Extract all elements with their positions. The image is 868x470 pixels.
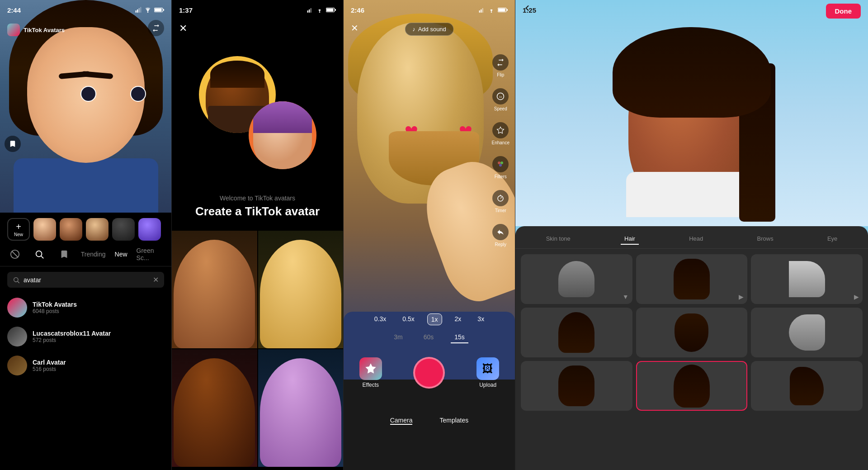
flip-button[interactable] <box>148 20 164 36</box>
chevron-right-2: ▶ <box>739 293 744 300</box>
camera-tab[interactable]: Camera <box>390 417 413 425</box>
tab-skin-tone[interactable]: Skin tone <box>542 233 574 245</box>
svg-point-4 <box>147 11 149 13</box>
result-item-2[interactable]: Lucascatsroblox11 Avatar 572 posts <box>0 322 171 351</box>
wifi-icon <box>144 7 151 13</box>
p4-hair <box>613 27 771 118</box>
hair-cell-6[interactable] <box>751 308 863 357</box>
filters-control[interactable]: Filters <box>492 156 509 179</box>
hair-cell-2[interactable]: ▶ <box>636 254 748 304</box>
star-effect-icon <box>364 362 377 375</box>
tab-trending[interactable]: Trending <box>81 251 106 258</box>
speed-05x[interactable]: 0.5x <box>399 313 418 325</box>
hair-cell-9[interactable] <box>751 361 863 411</box>
avatar-thumb-4[interactable] <box>112 218 135 241</box>
add-icon: + <box>16 222 21 231</box>
result-item-1[interactable]: TikTok Avatars 6048 posts <box>0 293 171 322</box>
enhance-control[interactable]: Enhance <box>492 122 509 145</box>
clear-search-button[interactable]: ✕ <box>153 275 159 284</box>
speed-3x[interactable]: 3x <box>474 313 488 325</box>
flip-control[interactable]: Flip <box>492 54 509 77</box>
tab-new[interactable]: New <box>115 251 127 258</box>
panel-avatar-editor: 1:25 Done <box>515 0 868 470</box>
camera-tabs: Camera Templates <box>344 417 515 425</box>
ban-icon-btn[interactable] <box>7 246 23 262</box>
svg-line-9 <box>12 251 18 257</box>
tab-hair[interactable]: Hair <box>621 233 639 245</box>
hair-cell-1[interactable]: ▼ <box>521 254 632 304</box>
result-count-2: 572 posts <box>33 337 164 343</box>
speed-03x[interactable]: 0.3x <box>371 313 390 325</box>
svg-line-13 <box>18 281 19 283</box>
svg-rect-0 <box>136 10 137 13</box>
timer-control[interactable]: Timer <box>492 190 509 213</box>
result-item-3[interactable]: Carl Avatar 516 posts <box>0 351 171 380</box>
result-count-1: 6048 posts <box>33 308 164 314</box>
tab-greensc[interactable]: Green Sc... <box>137 247 164 261</box>
add-sound-button[interactable]: ♪ Add sound <box>405 23 454 36</box>
grid-cell-1[interactable] <box>172 231 257 348</box>
hair-preview-8 <box>674 365 710 408</box>
signal-icon-2 <box>307 7 313 13</box>
speed-1x[interactable]: 1x <box>427 313 442 325</box>
avatar-thumb-2[interactable] <box>60 218 82 241</box>
svg-rect-27 <box>507 9 508 11</box>
status-bar-1: 2:44 <box>0 0 171 20</box>
search-icon-btn[interactable] <box>32 246 47 262</box>
grid-cell-2[interactable] <box>258 231 344 348</box>
templates-tab[interactable]: Templates <box>439 417 468 425</box>
bookmark-button[interactable] <box>5 136 21 152</box>
svg-text:1x: 1x <box>499 95 502 98</box>
tab-brows[interactable]: Brows <box>754 233 777 245</box>
speed-control[interactable]: 1x Speed <box>492 88 509 111</box>
panel-create-avatar: 1:37 ✕ Welcome to <box>172 0 344 470</box>
top-bar-1: TikTok Avatars <box>0 20 171 40</box>
svg-rect-26 <box>498 9 505 12</box>
tab-head[interactable]: Head <box>685 233 707 245</box>
speed-2x[interactable]: 2x <box>451 313 465 325</box>
filters-icon <box>492 156 509 172</box>
timer-15s[interactable]: 15s <box>451 332 468 343</box>
avatar-shirt <box>14 158 158 213</box>
reply-control[interactable]: Reply <box>492 224 509 247</box>
tab-eye[interactable]: Eye <box>824 233 841 245</box>
avatar-editor-preview <box>515 0 868 226</box>
svg-rect-23 <box>482 8 483 13</box>
search-bar[interactable]: avatar ✕ <box>7 272 164 288</box>
new-label: New <box>14 232 23 237</box>
done-button[interactable]: Done <box>826 4 861 19</box>
result-name-1: TikTok Avatars <box>33 301 164 308</box>
hair-cell-7[interactable] <box>521 361 632 411</box>
battery-icon-2 <box>326 7 336 13</box>
back-button[interactable] <box>523 4 532 14</box>
upload-button[interactable]: 🖼 Upload <box>476 357 499 388</box>
side-controls: Flip 1x Speed Enhance Filters Timer <box>492 54 509 247</box>
hair-grid: ▼ ▶ ▶ <box>515 249 868 416</box>
hair-preview-3 <box>789 261 825 297</box>
record-button[interactable] <box>413 357 445 389</box>
svg-point-10 <box>36 251 42 257</box>
hair-cell-8-selected[interactable] <box>636 361 748 411</box>
grid-cell-3[interactable] <box>172 349 257 467</box>
avatar-thumb-5[interactable] <box>138 218 161 241</box>
avatar-thumb-3[interactable] <box>86 218 108 241</box>
avatar-duo-display <box>172 20 343 201</box>
avatar-eye-left <box>80 86 96 102</box>
hair-cell-4[interactable] <box>521 308 632 357</box>
close-button-3[interactable]: ✕ <box>351 23 359 33</box>
status-icons-1 <box>135 7 164 13</box>
music-note-icon: ♪ <box>412 26 415 33</box>
avatar-thumb-1[interactable] <box>33 218 56 241</box>
timer-60s[interactable]: 60s <box>420 332 438 343</box>
close-button-2[interactable]: ✕ <box>179 23 187 34</box>
effects-button[interactable]: Effects <box>359 357 382 388</box>
bookmark-nav-btn[interactable] <box>57 246 72 262</box>
hair-cell-3[interactable]: ▶ <box>751 254 863 304</box>
timer-3m[interactable]: 3m <box>390 332 406 343</box>
welcome-subtitle: Welcome to TikTok avatars <box>172 195 343 202</box>
hair-cell-5[interactable] <box>636 308 748 357</box>
add-new-button[interactable]: + New <box>7 218 30 241</box>
grid-cell-4[interactable] <box>258 349 344 467</box>
timer-controls: 3m 60s 15s <box>344 332 515 343</box>
svg-rect-6 <box>155 9 161 12</box>
